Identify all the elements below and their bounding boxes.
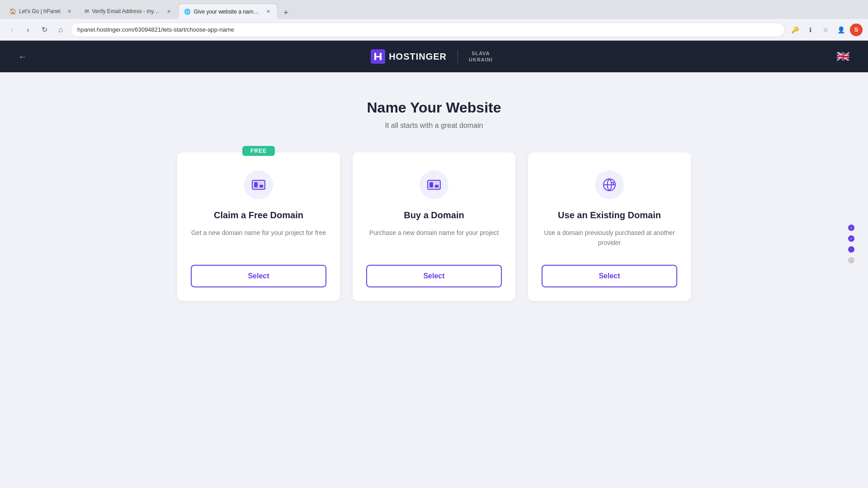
- language-flag-icon[interactable]: 🇬🇧: [836, 50, 850, 63]
- hostinger-h-icon: [371, 49, 385, 64]
- buy-domain-icon: [420, 170, 448, 199]
- existing-domain-title: Use an Existing Domain: [558, 210, 661, 221]
- free-badge: FREE: [242, 146, 275, 156]
- tab-hpanel-close[interactable]: ✕: [66, 8, 73, 15]
- logo-area: HOSTINGER SLAVA UKRAINI: [371, 49, 493, 64]
- address-text: hpanel.hostinger.com/63094821/lets-start…: [77, 26, 234, 33]
- tab-hostinger-label: Give your website a name | hPan...: [193, 9, 259, 15]
- address-bar[interactable]: hpanel.hostinger.com/63094821/lets-start…: [71, 23, 785, 37]
- forward-nav-button[interactable]: ›: [22, 23, 34, 36]
- home-button[interactable]: ⌂: [54, 23, 67, 36]
- new-tab-button[interactable]: +: [279, 6, 292, 19]
- tab-gmail[interactable]: ✉ Verify Email Address - mysitetut... ✕: [79, 4, 178, 19]
- profile-list-icon[interactable]: 👤: [835, 23, 847, 36]
- tab-hostinger[interactable]: 🌐 Give your website a name | hPan... ✕: [178, 4, 278, 19]
- buy-domain-description: Purchase a new domain name for your proj…: [369, 228, 499, 250]
- back-button[interactable]: ←: [18, 52, 27, 62]
- cards-container: FREE Claim a Free Domain Get a new domai…: [177, 152, 691, 301]
- buy-domain-title: Buy a Domain: [404, 210, 464, 221]
- tab-hpanel-icon: 🏠: [9, 8, 16, 14]
- free-domain-icon: [244, 170, 273, 199]
- progress-indicator: [848, 225, 854, 263]
- tab-gmail-icon: ✉: [85, 8, 89, 14]
- progress-dot-3: [848, 246, 854, 253]
- tab-gmail-label: Verify Email Address - mysitetut...: [92, 8, 160, 14]
- page-subtitle: It all starts with a great domain: [385, 122, 483, 130]
- existing-domain-svg-icon: [601, 177, 618, 193]
- password-manager-icon[interactable]: 🔑: [788, 23, 801, 36]
- tab-hpanel-label: Let's Go | hPanel: [19, 8, 60, 14]
- svg-rect-3: [254, 182, 258, 188]
- tab-hostinger-close[interactable]: ✕: [264, 8, 272, 15]
- tab-hpanel[interactable]: 🏠 Let's Go | hPanel ✕: [4, 4, 79, 19]
- progress-dot-4: [848, 257, 854, 263]
- logo-text: HOSTINGER: [389, 52, 447, 62]
- tab-gmail-close[interactable]: ✕: [165, 8, 172, 15]
- progress-dot-2: [848, 235, 854, 242]
- free-domain-card: FREE Claim a Free Domain Get a new domai…: [177, 152, 340, 301]
- domain-icon: [250, 177, 267, 193]
- reload-button[interactable]: ↻: [38, 23, 51, 36]
- free-domain-select-button[interactable]: Select: [191, 265, 326, 287]
- page-info-icon[interactable]: ℹ: [804, 23, 816, 36]
- tab-hostinger-icon: 🌐: [184, 9, 191, 15]
- free-domain-description: Get a new domain name for your project f…: [191, 228, 326, 250]
- buy-domain-select-button[interactable]: Select: [366, 265, 502, 287]
- buy-domain-svg-icon: [426, 177, 442, 193]
- bookmark-icon[interactable]: ☆: [819, 23, 832, 36]
- back-nav-button[interactable]: ‹: [5, 23, 18, 36]
- existing-domain-icon: [595, 170, 624, 199]
- main-content: Name Your Website It all starts with a g…: [0, 72, 868, 319]
- progress-dot-1: [848, 225, 854, 231]
- svg-rect-4: [259, 185, 263, 188]
- svg-rect-8: [435, 185, 439, 188]
- profile-avatar[interactable]: S: [850, 23, 863, 36]
- existing-domain-select-button[interactable]: Select: [542, 265, 677, 287]
- hostinger-logo: HOSTINGER: [371, 49, 447, 64]
- existing-domain-card: Use an Existing Domain Use a domain prev…: [528, 152, 691, 301]
- slava-ukraini-text: SLAVA UKRAINI: [469, 50, 493, 63]
- free-domain-title: Claim a Free Domain: [214, 210, 303, 221]
- logo-divider: [458, 50, 458, 63]
- existing-domain-description: Use a domain previously purchased at ano…: [542, 228, 677, 250]
- profile-initial: S: [854, 26, 859, 33]
- page-title: Name Your Website: [367, 99, 501, 116]
- site-header: ← HOSTINGER SLAVA UKRAINI 🇬🇧: [0, 41, 868, 72]
- buy-domain-card: Buy a Domain Purchase a new domain name …: [353, 152, 515, 301]
- svg-rect-7: [429, 182, 433, 188]
